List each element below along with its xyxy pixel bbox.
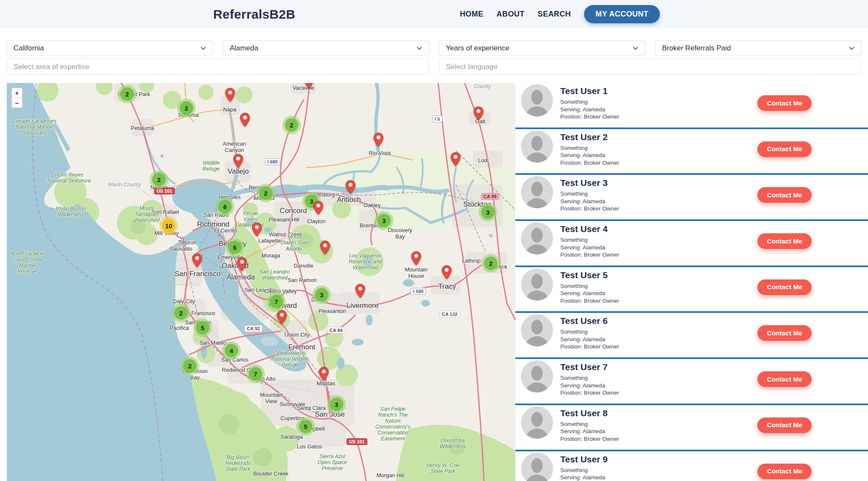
map-cluster[interactable]: 2 (256, 184, 275, 202)
result-position: Position: Broker Owner (560, 297, 619, 305)
nav-link-home[interactable]: HOME (460, 10, 484, 19)
map-pin-icon[interactable] (411, 251, 421, 267)
map-cluster[interactable]: 6 (216, 197, 234, 216)
map-cluster[interactable]: 7 (246, 365, 265, 383)
map-cluster-count: 4 (225, 344, 238, 357)
nav-link-search[interactable]: SEARCH (538, 10, 571, 19)
contact-me-button[interactable]: Contact Me (757, 233, 812, 249)
avatar-head-shape (531, 228, 543, 243)
state-select-value: California (14, 44, 44, 53)
contact-me-button[interactable]: Contact Me (757, 371, 812, 387)
map-pin-icon[interactable] (319, 367, 329, 383)
nav-link-about[interactable]: ABOUT (497, 10, 525, 19)
state-select[interactable]: California (7, 40, 213, 56)
zoom-in-button[interactable]: + (12, 88, 22, 98)
result-serving: Serving: Alameda (560, 106, 619, 113)
map-pin-icon[interactable] (240, 113, 250, 129)
map-cluster[interactable]: 3 (479, 203, 497, 221)
result-name: Test User 2 (560, 132, 619, 142)
map-cluster[interactable]: 2 (177, 99, 196, 117)
map-cluster[interactable]: 3 (312, 285, 331, 304)
filter-row-2 (7, 59, 861, 75)
result-card: Test User 3SomethingServing: AlamedaPosi… (515, 175, 868, 221)
avatar-body-shape (525, 244, 549, 254)
map-pin-icon[interactable] (451, 152, 461, 168)
result-info: Test User 9SomethingServing: AlamedaPosi… (560, 454, 619, 481)
chevron-down-icon (417, 47, 422, 50)
map-cluster[interactable]: 5 (296, 417, 315, 436)
map-cluster[interactable]: 2 (150, 170, 168, 189)
map-cluster-count: 5 (299, 420, 312, 433)
result-tagline: Something (560, 420, 619, 428)
airport-icon: ✈ (487, 232, 495, 240)
result-position: Position: Broker Owner (560, 389, 619, 397)
result-position: Position: Broker Owner (560, 205, 619, 213)
map-pin-icon[interactable] (373, 133, 384, 149)
result-name: Test User 1 (560, 86, 619, 96)
result-position: Position: Broker Owner (560, 159, 619, 167)
header: ReferralsB2B HOMEABOUTSEARCHMY ACCOUNT (0, 0, 868, 28)
contact-me-button[interactable]: Contact Me (757, 95, 812, 111)
map-cluster[interactable]: 2 (181, 357, 199, 375)
map-pin-icon[interactable] (355, 284, 365, 300)
contact-me-button[interactable]: Contact Me (757, 464, 812, 479)
avatar-head-shape (531, 320, 543, 334)
map-markers: 2222106233362372547235✈✈✈ (7, 83, 515, 481)
map-cluster[interactable]: 6 (225, 238, 244, 257)
map-pin-icon[interactable] (233, 154, 243, 170)
map-pin-icon[interactable] (313, 201, 323, 217)
avatar-head-shape (531, 458, 543, 473)
map-cluster[interactable]: 7 (267, 292, 286, 311)
map-cluster[interactable]: 2 (481, 254, 500, 273)
result-tagline: Something (560, 282, 619, 290)
map-cluster[interactable]: 2 (118, 85, 136, 103)
brand-logo[interactable]: ReferralsB2B (213, 0, 295, 28)
airport-icon: ✈ (158, 152, 166, 160)
avatar (521, 268, 553, 301)
map-cluster[interactable]: 3 (327, 395, 346, 414)
map-cluster-count: 3 (377, 214, 391, 227)
map-pin-icon[interactable] (277, 310, 287, 326)
map-cluster[interactable]: 4 (222, 341, 241, 360)
nav-link-my-account[interactable]: MY ACCOUNT (584, 5, 660, 23)
contact-me-button[interactable]: Contact Me (757, 417, 812, 433)
map-canvas[interactable]: VacavilleNapaSonomaRohnert ParkPetalumaA… (7, 83, 515, 481)
page: ReferralsB2B HOMEABOUTSEARCHMY ACCOUNT C… (0, 0, 868, 481)
expertise-input[interactable] (7, 59, 429, 75)
map-cluster[interactable]: 2 (172, 304, 190, 322)
broker-referrals-select[interactable]: Broker Referrals Paid (655, 40, 861, 56)
map-pin-icon[interactable] (320, 240, 330, 257)
contact-me-button[interactable]: Contact Me (757, 325, 812, 341)
language-input[interactable] (439, 59, 861, 75)
map-pin-icon[interactable] (304, 83, 314, 91)
map-pin-icon[interactable] (192, 253, 202, 269)
map-pin-icon[interactable] (442, 265, 452, 281)
map-pin-icon[interactable] (237, 257, 247, 273)
result-info: Test User 5SomethingServing: AlamedaPosi… (560, 270, 619, 305)
experience-select[interactable]: Years of experience (439, 40, 645, 56)
map-cluster[interactable]: 5 (193, 318, 212, 337)
map-pin-icon[interactable] (345, 180, 356, 196)
result-serving: Serving: Alameda (560, 336, 619, 343)
result-info: Test User 1SomethingServing: AlamedaPosi… (560, 86, 619, 121)
result-serving: Serving: Alameda (560, 198, 619, 205)
result-card: Test User 1SomethingServing: AlamedaPosi… (515, 83, 868, 129)
contact-me-button[interactable]: Contact Me (757, 279, 812, 295)
map-cluster[interactable]: 10 (159, 216, 178, 235)
zoom-out-button[interactable]: − (12, 98, 22, 108)
map-cluster[interactable]: 2 (282, 116, 301, 134)
map-pin-icon[interactable] (252, 222, 262, 238)
map-cluster-count: 5 (196, 321, 209, 334)
map-cluster[interactable]: 3 (375, 211, 393, 230)
avatar (521, 453, 553, 481)
avatar-head-shape (531, 274, 543, 289)
result-info: Test User 7SomethingServing: AlamedaPosi… (560, 362, 619, 397)
contact-me-button[interactable]: Contact Me (757, 141, 812, 157)
result-name: Test User 7 (560, 362, 619, 372)
result-position: Position: Broker Owner (560, 251, 619, 259)
map-pin-icon[interactable] (225, 88, 235, 104)
contact-me-button[interactable]: Contact Me (757, 187, 812, 203)
map-pin-icon[interactable] (473, 106, 484, 122)
avatar-body-shape (525, 428, 549, 439)
county-select[interactable]: Alameda (223, 40, 429, 56)
